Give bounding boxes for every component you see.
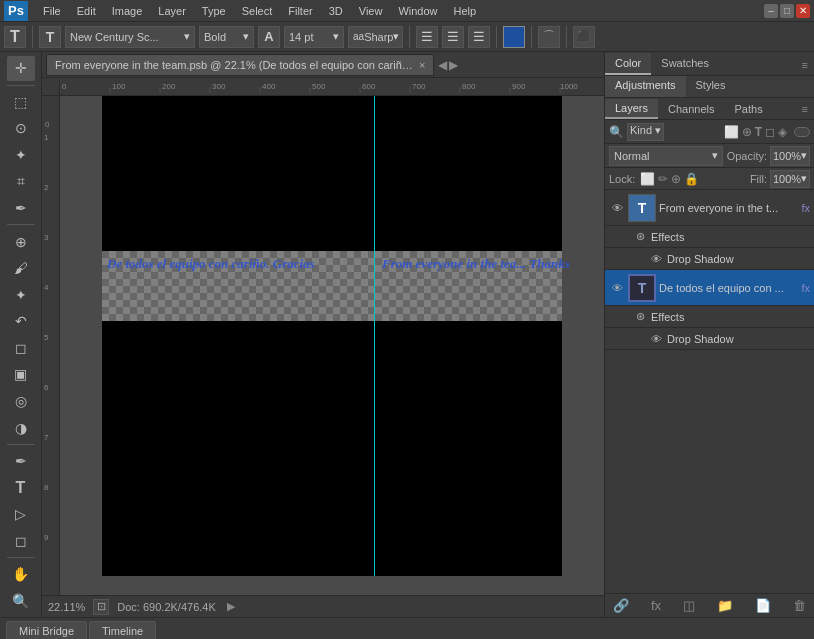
layers-tab[interactable]: Layers (605, 99, 658, 119)
layer-1-effects[interactable]: ⊛ Effects (605, 226, 814, 248)
minimize-button[interactable]: – (764, 4, 778, 18)
adjustments-tab[interactable]: Adjustments (605, 76, 686, 97)
history-brush-tool[interactable]: ↶ (7, 309, 35, 334)
dodge-tool[interactable]: ◑ (7, 415, 35, 440)
font-name-selector[interactable]: New Century Sc... ▾ (65, 26, 195, 48)
eraser-tool[interactable]: ◻ (7, 336, 35, 361)
layer-2-fx-button[interactable]: fx (801, 282, 810, 294)
type-tool[interactable]: T (7, 475, 35, 500)
menu-type[interactable]: Type (195, 3, 233, 19)
blur-tool[interactable]: ◎ (7, 389, 35, 414)
close-button[interactable]: ✕ (796, 4, 810, 18)
menu-edit[interactable]: Edit (70, 3, 103, 19)
color-tab[interactable]: Color (605, 53, 651, 75)
zoom-tool[interactable]: 🔍 (7, 588, 35, 613)
path-select-tool[interactable]: ▷ (7, 502, 35, 527)
panel-menu-button[interactable]: ≡ (796, 55, 814, 75)
layer-new-button[interactable]: 📄 (751, 596, 775, 615)
align-right-button[interactable]: ☰ (468, 26, 490, 48)
fill-input[interactable]: 100% ▾ (770, 170, 810, 188)
layer-2-dropshadow-vis[interactable]: 👁 (649, 332, 663, 346)
eyedropper-tool[interactable]: ✒ (7, 196, 35, 221)
maximize-button[interactable]: □ (780, 4, 794, 18)
marquee-tool[interactable]: ⬚ (7, 89, 35, 114)
layer-filter-select[interactable]: Kind ▾ (627, 123, 664, 141)
tab-arrow-left[interactable]: ◀ (438, 58, 447, 72)
canvas-rotation-icon[interactable]: ⊡ (93, 599, 109, 615)
layer-delete-button[interactable]: 🗑 (789, 596, 810, 615)
layer-1-drop-shadow[interactable]: 👁 Drop Shadow (605, 248, 814, 270)
canvas-scroll-area[interactable]: 0 100 200 300 400 500 600 (42, 78, 604, 595)
pen-tool[interactable]: ✒ (7, 449, 35, 474)
status-arrow-button[interactable]: ▶ (224, 600, 238, 614)
menu-3d[interactable]: 3D (322, 3, 350, 19)
text-orientation-icon[interactable]: T (39, 26, 61, 48)
layer-item-1[interactable]: 👁 T From everyone in the t... fx (605, 190, 814, 226)
mini-bridge-tab[interactable]: Mini Bridge (6, 621, 87, 640)
layers-panel-menu[interactable]: ≡ (796, 99, 814, 119)
align-center-button[interactable]: ☰ (442, 26, 464, 48)
menu-image[interactable]: Image (105, 3, 150, 19)
layer-1-visibility[interactable]: 👁 (609, 200, 625, 216)
filter-toggle[interactable] (794, 127, 810, 137)
filter-pixel-icon[interactable]: ⬜ (724, 125, 739, 139)
layer-2-effects[interactable]: ⊛ Effects (605, 306, 814, 328)
blend-mode-select[interactable]: Normal ▾ (609, 146, 723, 166)
channels-tab[interactable]: Channels (658, 100, 724, 118)
menu-window[interactable]: Window (391, 3, 444, 19)
layer-link-button[interactable]: 🔗 (609, 596, 633, 615)
aa-mode-selector[interactable]: aa Sharp ▾ (348, 26, 403, 48)
filter-adjustment-icon[interactable]: ⊕ (742, 125, 752, 139)
layer-mask-button[interactable]: ◫ (679, 596, 699, 615)
timeline-tab[interactable]: Timeline (89, 621, 156, 640)
menu-file[interactable]: File (36, 3, 68, 19)
text-color-swatch[interactable] (503, 26, 525, 48)
menu-help[interactable]: Help (447, 3, 484, 19)
font-style-selector[interactable]: Bold ▾ (199, 26, 254, 48)
lock-transparent-icon[interactable]: ⬜ (640, 172, 655, 186)
brush-tool[interactable]: 🖌 (7, 256, 35, 281)
menu-layer[interactable]: Layer (151, 3, 193, 19)
layer-group-button[interactable]: 📁 (713, 596, 737, 615)
layer-1-effects-vis[interactable]: ⊛ (633, 230, 647, 244)
menu-view[interactable]: View (352, 3, 390, 19)
styles-tab[interactable]: Styles (686, 76, 736, 97)
filter-type-icon[interactable]: T (755, 125, 762, 139)
shape-tool[interactable]: ◻ (7, 528, 35, 553)
layer-2-visibility[interactable]: 👁 (609, 280, 625, 296)
layer-2-effects-vis[interactable]: ⊛ (633, 310, 647, 324)
clone-stamp-tool[interactable]: ✦ (7, 282, 35, 307)
layer-1-fx-button[interactable]: fx (801, 202, 810, 214)
swatches-tab[interactable]: Swatches (651, 53, 719, 75)
hand-tool[interactable]: ✋ (7, 562, 35, 587)
filter-smartobject-icon[interactable]: ◈ (778, 125, 787, 139)
quick-select-tool[interactable]: ✦ (7, 143, 35, 168)
opacity-input[interactable]: 100% ▾ (770, 146, 810, 166)
lock-image-icon[interactable]: ✏ (658, 172, 668, 186)
lock-all-icon[interactable]: 🔒 (684, 172, 699, 186)
layer-2-drop-shadow[interactable]: 👁 Drop Shadow (605, 328, 814, 350)
tab-arrow-right[interactable]: ▶ (449, 58, 458, 72)
lasso-tool[interactable]: ⊙ (7, 116, 35, 141)
document-tab-close[interactable]: × (419, 59, 425, 71)
svg-text:6: 6 (44, 383, 49, 392)
lock-position-icon[interactable]: ⊕ (671, 172, 681, 186)
document-tab[interactable]: From everyone in the team.psb @ 22.1% (D… (46, 54, 434, 76)
filter-shape-icon[interactable]: ◻ (765, 125, 775, 139)
layer-item-2[interactable]: 👁 T De todos el equipo con ... fx (605, 270, 814, 306)
align-left-button[interactable]: ☰ (416, 26, 438, 48)
warp-text-button[interactable]: ⌒ (538, 26, 560, 48)
move-tool[interactable]: ✛ (7, 56, 35, 81)
gradient-tool[interactable]: ▣ (7, 362, 35, 387)
font-size-selector[interactable]: 14 pt ▾ (284, 26, 344, 48)
layer-fx-button[interactable]: fx (647, 596, 665, 615)
menu-filter[interactable]: Filter (281, 3, 319, 19)
crop-tool[interactable]: ⌗ (7, 169, 35, 194)
spot-heal-tool[interactable]: ⊕ (7, 229, 35, 254)
3d-text-button[interactable]: ⬛ (573, 26, 595, 48)
menu-select[interactable]: Select (235, 3, 280, 19)
paths-tab[interactable]: Paths (725, 100, 773, 118)
canvas-viewport[interactable]: De todos el equipo con cariño. Gracias F… (60, 96, 604, 595)
layer-1-dropshadow-vis[interactable]: 👁 (649, 252, 663, 266)
text-tool-icon[interactable]: T (4, 26, 26, 48)
